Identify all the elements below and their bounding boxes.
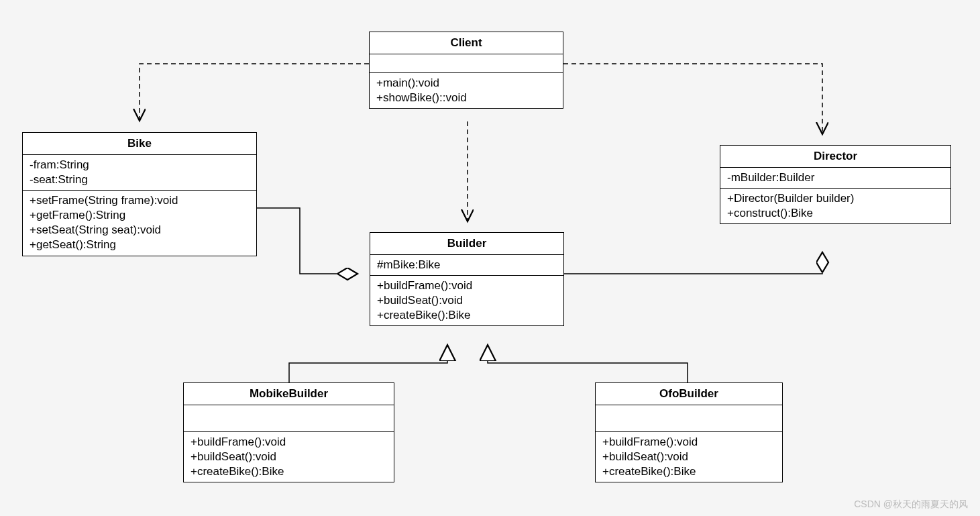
op: +Director(Builder builder) xyxy=(727,191,944,206)
op: +main():void xyxy=(376,76,556,91)
op: +buildFrame():void xyxy=(377,278,557,293)
class-title: Bike xyxy=(23,133,256,155)
class-attrs xyxy=(184,405,394,432)
op: +buildSeat():void xyxy=(377,293,557,308)
class-ops: +buildFrame():void +buildSeat():void +cr… xyxy=(184,432,394,482)
op: +buildFrame():void xyxy=(190,435,387,450)
class-director: Director -mBuilder:Builder +Director(Bui… xyxy=(720,145,951,224)
class-title: Director xyxy=(720,146,950,168)
op: +setFrame(String frame):void xyxy=(30,193,250,208)
op: +buildFrame():void xyxy=(602,435,775,450)
class-builder: Builder #mBike:Bike +buildFrame():void +… xyxy=(370,232,564,326)
op: +createBike():Bike xyxy=(190,464,387,479)
class-title: Client xyxy=(370,32,563,54)
attr: #mBike:Bike xyxy=(377,258,557,272)
class-title: Builder xyxy=(370,233,563,255)
op: +getFrame():String xyxy=(30,208,250,223)
class-attrs xyxy=(596,405,782,432)
op: +createBike():Bike xyxy=(377,308,557,323)
class-ops: +setFrame(String frame):void +getFrame()… xyxy=(23,191,256,255)
op: +buildSeat():void xyxy=(190,450,387,464)
op: +showBike()::void xyxy=(376,91,556,105)
op: +getSeat():String xyxy=(30,238,250,252)
attr: -mBuilder:Builder xyxy=(727,170,944,185)
op: +setSeat(String seat):void xyxy=(30,223,250,238)
op: +buildSeat():void xyxy=(602,450,775,464)
attr: -seat:String xyxy=(30,172,250,187)
class-bike: Bike -fram:String -seat:String +setFrame… xyxy=(22,132,257,256)
watermark: CSDN @秋天的雨夏天的风 xyxy=(854,499,968,511)
attr: -fram:String xyxy=(30,158,250,172)
class-title: MobikeBuilder xyxy=(184,383,394,405)
class-attrs: -mBuilder:Builder xyxy=(720,168,950,189)
class-attrs: #mBike:Bike xyxy=(370,255,563,276)
op: +construct():Bike xyxy=(727,206,944,221)
class-attrs: -fram:String -seat:String xyxy=(23,155,256,191)
class-ops: +buildFrame():void +buildSeat():void +cr… xyxy=(370,276,563,325)
class-ofo: OfoBuilder +buildFrame():void +buildSeat… xyxy=(595,382,783,482)
class-ops: +Director(Builder builder) +construct():… xyxy=(720,189,950,223)
class-mobike: MobikeBuilder +buildFrame():void +buildS… xyxy=(183,382,394,482)
class-title: OfoBuilder xyxy=(596,383,782,405)
class-client: Client +main():void +showBike()::void xyxy=(369,32,563,109)
class-ops: +main():void +showBike()::void xyxy=(370,73,563,108)
class-ops: +buildFrame():void +buildSeat():void +cr… xyxy=(596,432,782,482)
class-attrs xyxy=(370,54,563,73)
op: +createBike():Bike xyxy=(602,464,775,479)
